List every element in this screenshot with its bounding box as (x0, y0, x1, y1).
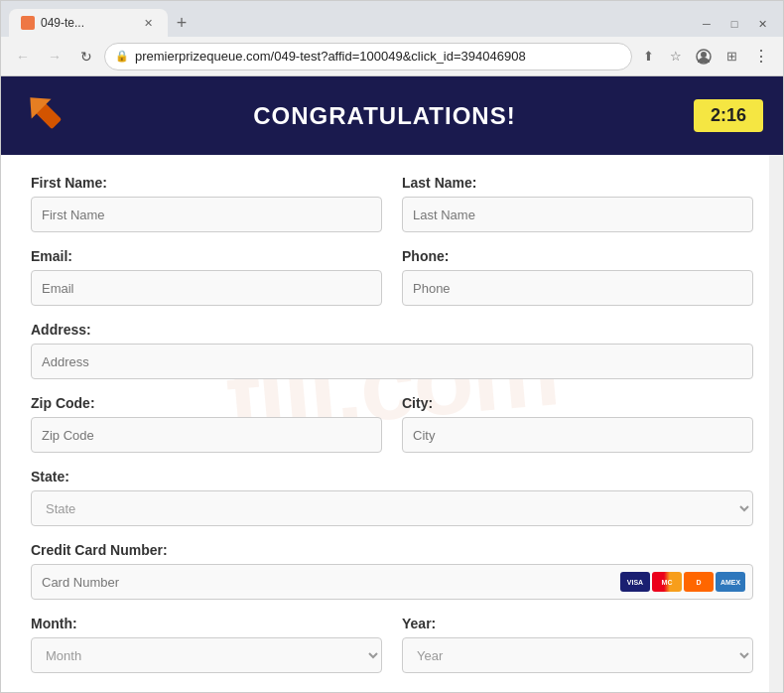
address-group: Address: (31, 322, 753, 379)
share-btn[interactable]: ⬆ (636, 45, 660, 69)
browser-frame: 049-te... ✕ + ─ □ ✕ ← → ↻ 🔒 premierprize… (0, 0, 784, 693)
discover-icon: D (684, 572, 714, 592)
timer-badge: 2:16 (694, 99, 763, 132)
state-label: State: (31, 469, 753, 485)
address-row: Address: (31, 322, 753, 379)
arrow-container (21, 88, 75, 143)
address-label: Address: (31, 322, 753, 338)
maximize-btn[interactable]: □ (721, 15, 747, 33)
extension-btn[interactable]: ⊞ (719, 45, 743, 69)
amex-icon: AMEX (716, 572, 745, 592)
cvv-group: CVV: (31, 689, 753, 692)
zip-group: Zip Code: (31, 395, 382, 453)
svg-point-1 (701, 52, 707, 58)
first-name-label: First Name: (31, 175, 382, 191)
state-select[interactable]: State Alabama Alaska Arizona California … (31, 490, 753, 526)
address-bar-row: ← → ↻ 🔒 premierprizequeue.com/049-test?a… (1, 37, 783, 76)
minimize-btn[interactable]: ─ (694, 15, 719, 33)
cvv-label: CVV: (31, 689, 753, 692)
tab-favicon (21, 16, 35, 30)
state-row: State: State Alabama Alaska Arizona Cali… (31, 469, 753, 526)
month-label: Month: (31, 616, 382, 631)
zip-label: Zip Code: (31, 395, 382, 411)
cvv-row: CVV: (31, 689, 753, 692)
form-area: First Name: Last Name: Email: Phone: (1, 155, 783, 692)
cc-wrapper: VISA MC D AMEX (31, 564, 753, 600)
last-name-group: Last Name: (402, 175, 753, 232)
city-label: City: (402, 395, 753, 411)
back-btn[interactable]: ← (9, 43, 37, 70)
month-select[interactable]: Month 010203 040506 070809 101112 (31, 637, 382, 673)
year-label: Year: (402, 616, 753, 631)
phone-group: Phone: (402, 248, 753, 306)
email-group: Email: (31, 248, 382, 306)
url-text: premierprizequeue.com/049-test?affid=100… (135, 49, 621, 64)
arrow-icon (21, 88, 75, 143)
first-name-group: First Name: (31, 175, 382, 232)
phone-label: Phone: (402, 248, 753, 264)
year-select[interactable]: Year 202420252026 202720282029 2030 (402, 637, 753, 673)
last-name-input[interactable] (402, 197, 753, 232)
email-label: Email: (31, 248, 382, 264)
month-year-row: Month: Month 010203 040506 070809 101112… (31, 616, 753, 673)
first-name-input[interactable] (31, 197, 382, 232)
address-input[interactable] (31, 344, 753, 379)
cc-group: Credit Card Number: VISA MC D AMEX (31, 542, 753, 600)
tab-bar: 049-te... ✕ + ─ □ ✕ (1, 1, 783, 37)
name-row: First Name: Last Name: (31, 175, 753, 232)
city-input[interactable] (402, 417, 753, 453)
email-input[interactable] (31, 270, 382, 306)
last-name-label: Last Name: (402, 175, 753, 191)
bookmark-btn[interactable]: ☆ (664, 45, 688, 69)
tab-title: 049-te... (41, 16, 135, 30)
mastercard-icon: MC (652, 572, 682, 592)
card-icons: VISA MC D AMEX (620, 572, 745, 592)
window-controls: ─ □ ✕ (694, 15, 775, 37)
zip-city-row: Zip Code: City: (31, 395, 753, 453)
month-group: Month: Month 010203 040506 070809 101112 (31, 616, 382, 673)
address-bar[interactable]: 🔒 premierprizequeue.com/049-test?affid=1… (104, 43, 632, 70)
email-phone-row: Email: Phone: (31, 248, 753, 306)
city-group: City: (402, 395, 753, 453)
state-group: State: State Alabama Alaska Arizona Cali… (31, 469, 753, 526)
close-btn[interactable]: ✕ (749, 15, 775, 33)
phone-input[interactable] (402, 270, 753, 306)
lock-icon: 🔒 (115, 50, 129, 63)
profile-btn[interactable] (692, 45, 716, 69)
menu-btn[interactable]: ⋮ (747, 43, 775, 70)
year-group: Year: Year 202420252026 202720282029 203… (402, 616, 753, 673)
visa-icon: VISA (620, 572, 650, 592)
tab-close-btn[interactable]: ✕ (141, 16, 156, 31)
forward-btn[interactable]: → (41, 43, 68, 70)
zip-input[interactable] (31, 417, 382, 453)
page-content: fill.com CONGRATULATIONS! 2:16 (1, 76, 783, 692)
refresh-btn[interactable]: ↻ (72, 43, 100, 70)
congrats-banner: CONGRATULATIONS! 2:16 (1, 76, 783, 155)
new-tab-btn[interactable]: + (168, 9, 196, 37)
active-tab[interactable]: 049-te... ✕ (9, 9, 168, 37)
cc-label: Credit Card Number: (31, 542, 753, 558)
cc-row: Credit Card Number: VISA MC D AMEX (31, 542, 753, 600)
congrats-text: CONGRATULATIONS! (75, 102, 694, 130)
